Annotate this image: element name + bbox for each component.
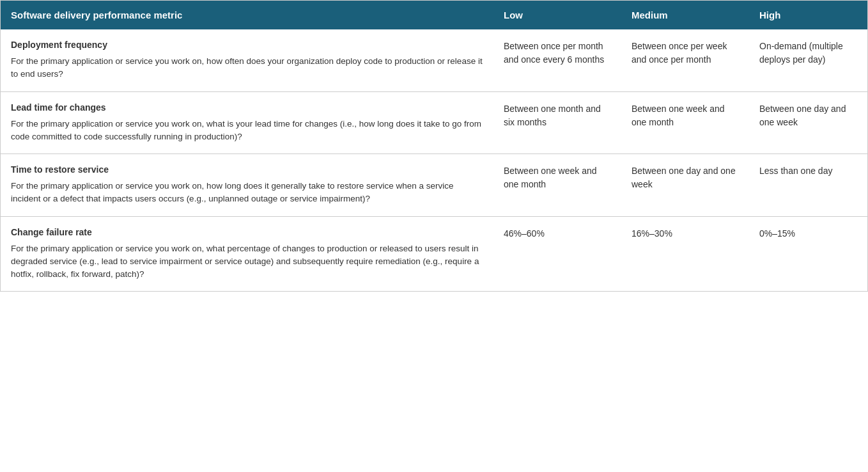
high-value-changefailure: 0%–15% bbox=[749, 217, 867, 292]
header-col-medium: Medium bbox=[621, 1, 749, 29]
metric-cell-restore: Time to restore service For the primary … bbox=[1, 154, 493, 216]
metric-cell-deployment: Deployment frequency For the primary app… bbox=[1, 29, 493, 91]
medium-value-leadtime: Between one week and one month bbox=[621, 92, 749, 154]
metric-title-deployment: Deployment frequency bbox=[11, 40, 483, 50]
header-col-low: Low bbox=[493, 1, 621, 29]
metric-desc-leadtime: For the primary application or service y… bbox=[11, 118, 483, 144]
low-value-restore: Between one week and one month bbox=[493, 154, 621, 216]
header-col-high: High bbox=[749, 1, 867, 29]
low-value-leadtime: Between one month and six months bbox=[493, 92, 621, 154]
metric-desc-changefailure: For the primary application or service y… bbox=[11, 242, 483, 281]
medium-value-restore: Between one day and one week bbox=[621, 154, 749, 216]
performance-table: Software delivery performance metric Low… bbox=[0, 0, 868, 292]
low-value-deployment: Between once per month and once every 6 … bbox=[493, 29, 621, 91]
table-row: Change failure rate For the primary appl… bbox=[1, 217, 867, 292]
metric-desc-restore: For the primary application or service y… bbox=[11, 180, 483, 206]
metric-title-restore: Time to restore service bbox=[11, 164, 483, 175]
header-col-metric: Software delivery performance metric bbox=[1, 1, 493, 29]
medium-value-deployment: Between once per week and once per month bbox=[621, 29, 749, 91]
metric-title-changefailure: Change failure rate bbox=[11, 227, 483, 237]
metric-cell-changefailure: Change failure rate For the primary appl… bbox=[1, 217, 493, 292]
table-header: Software delivery performance metric Low… bbox=[1, 1, 867, 29]
table-row: Deployment frequency For the primary app… bbox=[1, 29, 867, 92]
medium-value-changefailure: 16%–30% bbox=[621, 217, 749, 292]
table-row: Lead time for changes For the primary ap… bbox=[1, 92, 867, 155]
high-value-deployment: On-demand (multiple deploys per day) bbox=[749, 29, 867, 91]
low-value-changefailure: 46%–60% bbox=[493, 217, 621, 292]
metric-cell-leadtime: Lead time for changes For the primary ap… bbox=[1, 92, 493, 154]
table-row: Time to restore service For the primary … bbox=[1, 154, 867, 217]
high-value-restore: Less than one day bbox=[749, 154, 867, 216]
high-value-leadtime: Between one day and one week bbox=[749, 92, 867, 154]
metric-desc-deployment: For the primary application or service y… bbox=[11, 55, 483, 81]
metric-title-leadtime: Lead time for changes bbox=[11, 102, 483, 113]
